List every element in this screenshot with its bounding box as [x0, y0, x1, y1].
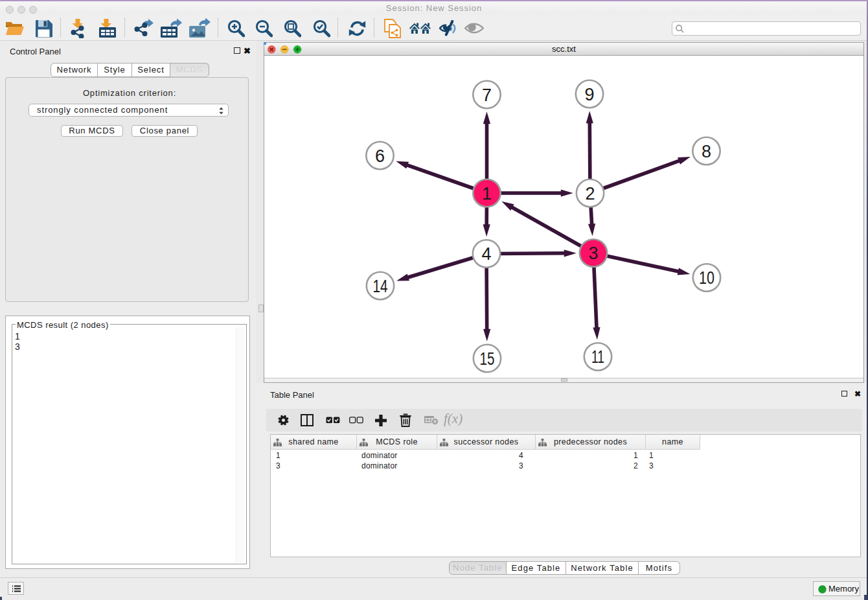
svg-text:11: 11 — [591, 347, 604, 367]
svg-text:8: 8 — [702, 142, 711, 161]
svg-text:15: 15 — [480, 349, 495, 369]
svg-text:6: 6 — [375, 146, 385, 166]
svg-text:3: 3 — [588, 244, 598, 263]
svg-text:14: 14 — [373, 277, 388, 296]
svg-text:10: 10 — [699, 268, 714, 288]
svg-text:1: 1 — [482, 184, 492, 203]
svg-text:4: 4 — [481, 244, 491, 264]
svg-text:2: 2 — [585, 184, 595, 203]
svg-text:9: 9 — [584, 85, 594, 104]
svg-text:7: 7 — [482, 86, 492, 105]
